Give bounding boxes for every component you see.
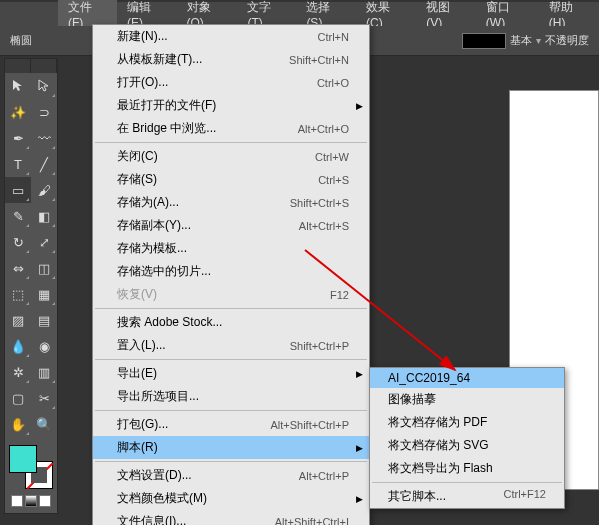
menu-item-label: 文档颜色模式(M) (117, 490, 207, 507)
scripts-menu-item[interactable]: 将文档存储为 SVG (370, 434, 564, 457)
file-menu-item[interactable]: 新建(N)...Ctrl+N (93, 25, 369, 48)
color-swatches (5, 437, 57, 513)
menubar: 文件(F) 编辑(E) 对象(O) 文字(T) 选择(S) 效果(C) 视图(V… (0, 2, 599, 26)
submenu-arrow-icon: ▶ (356, 443, 363, 453)
file-menu-item[interactable]: 文档颜色模式(M)▶ (93, 487, 369, 510)
fill-color[interactable] (9, 445, 37, 473)
paintbrush-tool[interactable]: 🖌 (31, 177, 57, 203)
file-menu-item[interactable]: 存储选中的切片... (93, 260, 369, 283)
menu-item-shortcut: Ctrl+N (318, 31, 349, 43)
menu-item-label: 搜索 Adobe Stock... (117, 314, 222, 331)
file-menu-item[interactable]: 最近打开的文件(F)▶ (93, 94, 369, 117)
menu-separator (95, 142, 367, 143)
scripts-menu-item[interactable]: 图像描摹 (370, 388, 564, 411)
magic-wand-tool[interactable]: ✨ (5, 99, 31, 125)
file-menu-item[interactable]: 存储为模板... (93, 237, 369, 260)
rotate-tool[interactable]: ↻ (5, 229, 31, 255)
mesh-tool[interactable]: ▨ (5, 307, 31, 333)
menu-item-shortcut: Alt+Ctrl+O (298, 123, 349, 135)
pen-tool[interactable]: ✒ (5, 125, 31, 151)
menu-item-label: 文档设置(D)... (117, 467, 192, 484)
submenu-arrow-icon: ▶ (356, 369, 363, 379)
blend-tool[interactable]: ◉ (31, 333, 57, 359)
scale-tool[interactable]: ⤢ (31, 229, 57, 255)
color-mode-none[interactable] (39, 495, 51, 507)
stroke-style-swatch[interactable] (462, 33, 506, 49)
menu-separator (372, 482, 562, 483)
file-menu-item[interactable]: 脚本(R)▶ (93, 436, 369, 459)
menu-item-label: 关闭(C) (117, 148, 158, 165)
shape-label: 椭圆 (10, 33, 32, 48)
curvature-tool[interactable]: 〰 (31, 125, 57, 151)
scripts-menu-item[interactable]: 其它脚本...Ctrl+F12 (370, 485, 564, 508)
color-mode-normal[interactable] (11, 495, 23, 507)
file-menu-item[interactable]: 文档设置(D)...Alt+Ctrl+P (93, 464, 369, 487)
file-menu-item[interactable]: 导出(E)▶ (93, 362, 369, 385)
menu-item-label: 存储副本(Y)... (117, 217, 191, 234)
file-menu-item[interactable]: 恢复(V)F12 (93, 283, 369, 306)
menu-item-shortcut: Ctrl+F12 (504, 488, 547, 505)
file-menu-item[interactable]: 从模板新建(T)...Shift+Ctrl+N (93, 48, 369, 71)
menu-item-label: 打开(O)... (117, 74, 168, 91)
menu-item-label: 最近打开的文件(F) (117, 97, 216, 114)
opacity-label: 不透明度 (545, 33, 589, 48)
stroke-style-label: 基本 (510, 33, 532, 48)
dropdown-icon[interactable]: ▾ (536, 35, 541, 46)
menu-separator (95, 359, 367, 360)
menu-item-shortcut: Alt+Ctrl+S (299, 220, 349, 232)
file-menu-item[interactable]: 关闭(C)Ctrl+W (93, 145, 369, 168)
menu-item-label: 存储为模板... (117, 240, 187, 257)
scripts-menu-item[interactable]: 将文档导出为 Flash (370, 457, 564, 480)
lasso-tool[interactable]: ⊃ (31, 99, 57, 125)
gradient-tool[interactable]: ▤ (31, 307, 57, 333)
menu-separator (95, 461, 367, 462)
menu-item-label: 将文档导出为 Flash (388, 460, 493, 477)
file-menu-item[interactable]: 存储(S)Ctrl+S (93, 168, 369, 191)
menu-separator (95, 308, 367, 309)
file-menu-item[interactable]: 存储副本(Y)...Alt+Ctrl+S (93, 214, 369, 237)
width-tool[interactable]: ⇔ (5, 255, 31, 281)
file-menu-item[interactable]: 打包(G)...Alt+Shift+Ctrl+P (93, 413, 369, 436)
eraser-tool[interactable]: ◧ (31, 203, 57, 229)
file-menu-item[interactable]: 置入(L)...Shift+Ctrl+P (93, 334, 369, 357)
menu-item-label: 导出所选项目... (117, 388, 199, 405)
menu-item-label: 置入(L)... (117, 337, 166, 354)
tools-panel-grip[interactable] (5, 59, 57, 73)
hand-tool[interactable]: ✋ (5, 411, 31, 437)
rectangle-tool[interactable]: ▭ (5, 177, 31, 203)
menu-item-label: AI_CC2019_64 (388, 371, 470, 385)
menu-item-label: 存储为(A)... (117, 194, 179, 211)
shape-builder-tool[interactable]: ⬚ (5, 281, 31, 307)
menu-item-shortcut: Alt+Shift+Ctrl+P (270, 419, 349, 431)
column-graph-tool[interactable]: ▥ (31, 359, 57, 385)
menu-item-shortcut: Alt+Ctrl+P (299, 470, 349, 482)
menu-item-label: 文件信息(I)... (117, 513, 186, 525)
perspective-grid-tool[interactable]: ▦ (31, 281, 57, 307)
file-menu-item[interactable]: 搜索 Adobe Stock... (93, 311, 369, 334)
line-tool[interactable]: ╱ (31, 151, 57, 177)
slice-tool[interactable]: ✂ (31, 385, 57, 411)
direct-selection-tool[interactable] (31, 73, 57, 99)
menu-item-label: 其它脚本... (388, 488, 446, 505)
type-tool[interactable]: T (5, 151, 31, 177)
shaper-tool[interactable]: ✎ (5, 203, 31, 229)
color-mode-gradient[interactable] (25, 495, 37, 507)
zoom-tool[interactable]: 🔍 (31, 411, 57, 437)
symbol-sprayer-tool[interactable]: ✲ (5, 359, 31, 385)
selection-tool[interactable] (5, 73, 31, 99)
file-menu-item[interactable]: 在 Bridge 中浏览...Alt+Ctrl+O (93, 117, 369, 140)
free-transform-tool[interactable]: ◫ (31, 255, 57, 281)
menu-item-shortcut: Shift+Ctrl+S (290, 197, 349, 209)
menu-item-label: 将文档存储为 PDF (388, 414, 487, 431)
tools-panel: ✨ ⊃ ✒ 〰 T ╱ ▭ 🖌 ✎ ◧ ↻ ⤢ ⇔ ◫ ⬚ ▦ ▨ ▤ 💧 ◉ … (4, 58, 58, 514)
menu-item-label: 打包(G)... (117, 416, 168, 433)
file-menu-item[interactable]: 文件信息(I)...Alt+Shift+Ctrl+I (93, 510, 369, 525)
scripts-menu-item[interactable]: 将文档存储为 PDF (370, 411, 564, 434)
file-menu-item[interactable]: 导出所选项目... (93, 385, 369, 408)
scripts-menu-item[interactable]: AI_CC2019_64 (370, 368, 564, 388)
artboard-tool[interactable]: ▢ (5, 385, 31, 411)
file-menu-item[interactable]: 存储为(A)...Shift+Ctrl+S (93, 191, 369, 214)
eyedropper-tool[interactable]: 💧 (5, 333, 31, 359)
menu-item-shortcut: Ctrl+W (315, 151, 349, 163)
file-menu-item[interactable]: 打开(O)...Ctrl+O (93, 71, 369, 94)
